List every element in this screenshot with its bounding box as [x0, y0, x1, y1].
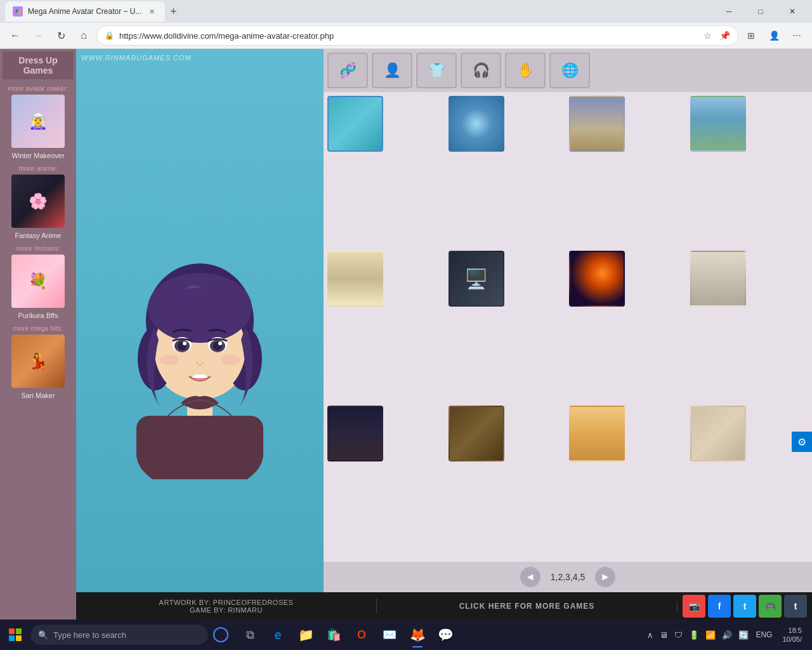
- app-office[interactable]: O: [348, 621, 376, 649]
- svg-point-18: [221, 355, 240, 365]
- bg-option-japanese-room[interactable]: [327, 251, 383, 307]
- next-page-button[interactable]: ►: [595, 567, 615, 587]
- app-messages[interactable]: 💬: [431, 621, 459, 649]
- back-button[interactable]: ←: [5, 25, 25, 46]
- category-genetics[interactable]: 🧬: [327, 53, 368, 88]
- category-accessories[interactable]: 🎧: [461, 53, 501, 88]
- address-bar[interactable]: 🔒 https://www.dolldivine.com/mega-anime-…: [96, 25, 738, 46]
- bg-option-desert[interactable]: [569, 406, 625, 461]
- character-svg: [98, 175, 301, 479]
- app-mail[interactable]: ✉️: [376, 621, 403, 649]
- svg-point-12: [183, 342, 187, 345]
- bg-option-tech[interactable]: 🖥️: [449, 251, 504, 307]
- category-background[interactable]: 🌐: [549, 53, 590, 88]
- tray-clock[interactable]: 18:5 10/05/: [777, 626, 807, 644]
- character-display: [76, 49, 324, 592]
- close-button[interactable]: ✕: [778, 0, 807, 23]
- category-face[interactable]: 👤: [372, 53, 412, 88]
- prev-page-button[interactable]: ◄: [520, 567, 540, 587]
- sidebar-label-winter: Winter Makeover: [11, 152, 64, 159]
- bg-option-train[interactable]: [690, 251, 746, 307]
- maximize-button[interactable]: □: [746, 0, 775, 23]
- sidebar-thumbnail-sari[interactable]: 💃: [11, 335, 65, 388]
- bg-option-corridor[interactable]: [690, 406, 746, 461]
- sidebar-label-sari: Sari Maker: [21, 392, 55, 399]
- nav-extras: ⊞ 👤 ⋯: [741, 25, 807, 46]
- social-twitter-button[interactable]: t: [733, 595, 756, 618]
- category-outfit[interactable]: 👕: [416, 53, 457, 88]
- browser-chrome: 🎭 Mega Anime Avatar Creator ~ U... ✕ + ─…: [0, 0, 812, 49]
- bookmark-icon[interactable]: ☆: [704, 30, 712, 41]
- tray-screen[interactable]: 🖥: [658, 629, 670, 641]
- sidebar-thumbnail-purikura[interactable]: 💐: [11, 255, 65, 308]
- start-sq1: [9, 628, 15, 634]
- bg-option-fireworks[interactable]: [569, 251, 625, 307]
- page-numbers: 1,2,3,4,5: [551, 572, 586, 582]
- tray-chevron[interactable]: ∧: [645, 629, 655, 641]
- url-text: https://www.dolldivine.com/mega-anime-av…: [119, 31, 696, 41]
- taskbar: 🔍 Type here to search ⧉ e 📁 🛍️ O ✉️: [0, 620, 812, 650]
- tray-language[interactable]: ENG: [753, 630, 775, 639]
- footer-cta[interactable]: CLICK HERE FOR MORE GAMES: [377, 602, 678, 611]
- new-tab-button[interactable]: +: [165, 3, 183, 20]
- app-edge[interactable]: e: [264, 621, 292, 649]
- sidebar-thumbnail-fantasy[interactable]: 🌸: [11, 175, 65, 228]
- extensions-button[interactable]: ⊞: [741, 25, 761, 46]
- social-tumblr-button[interactable]: t: [784, 595, 807, 618]
- active-tab[interactable]: 🎭 Mega Anime Avatar Creator ~ U... ✕: [5, 1, 165, 22]
- profile-button[interactable]: 👤: [764, 25, 784, 46]
- tray-volume[interactable]: 🔊: [720, 629, 734, 641]
- sidebar-thumbnail-winter[interactable]: 🧝‍♀️: [11, 95, 65, 148]
- taskbar-search[interactable]: 🔍 Type here to search: [30, 625, 208, 645]
- start-sq4: [16, 635, 22, 641]
- social-facebook-button[interactable]: f: [708, 595, 731, 618]
- credit-line2: GAME BY: RINMARU: [86, 606, 366, 614]
- home-button[interactable]: ⌂: [74, 25, 94, 46]
- social-game-button[interactable]: 🎮: [759, 595, 782, 618]
- reload-button[interactable]: ↻: [51, 25, 71, 46]
- sidebar-header: Dress Up Games: [3, 51, 74, 79]
- social-camera-button[interactable]: 📷: [683, 595, 705, 618]
- app-files[interactable]: 📁: [292, 621, 320, 649]
- settings-panel[interactable]: ⚙: [792, 432, 812, 452]
- tray-battery[interactable]: 🔋: [687, 629, 701, 641]
- sidebar: Dress Up Games more avatar maker: 🧝‍♀️ W…: [0, 49, 76, 620]
- tray-antivirus[interactable]: 🛡: [672, 629, 684, 641]
- task-view-button[interactable]: ⧉: [236, 621, 264, 649]
- tray-time-value: 18:5: [782, 626, 802, 635]
- app-firefox[interactable]: 🦊: [403, 621, 431, 649]
- window-controls: ─ □ ✕: [714, 0, 807, 23]
- bg-option-anime-scene[interactable]: [569, 96, 625, 152]
- minimize-button[interactable]: ─: [714, 0, 743, 23]
- sidebar-label-fantasy: Fantasy Anime: [15, 232, 62, 239]
- start-button[interactable]: [0, 620, 30, 650]
- sidebar-rinmaru-label: more rinmaru:: [16, 244, 60, 252]
- more-button[interactable]: ⋯: [787, 25, 807, 46]
- bg-option-city-night[interactable]: [327, 406, 383, 461]
- sidebar-avatar-label: more avatar maker:: [8, 84, 68, 92]
- page-content: Dress Up Games more avatar maker: 🧝‍♀️ W…: [0, 49, 812, 620]
- taskbar-apps: ⧉ e 📁 🛍️ O ✉️ 🦊 💬: [233, 620, 462, 650]
- nav-bar: ← → ↻ ⌂ 🔒 https://www.dolldivine.com/meg…: [0, 23, 812, 48]
- game-area: WWW.RINMARUGAMES.COM: [76, 49, 812, 620]
- bg-option-mountains[interactable]: [690, 96, 746, 152]
- customization-panel: 🧬 👤 👕 🎧 ✋ 🌐 🖥️: [324, 49, 812, 592]
- category-icons: 🧬 👤 👕 🎧 ✋ 🌐: [324, 49, 812, 92]
- bg-option-teal[interactable]: [327, 96, 383, 152]
- start-icon: [9, 628, 22, 641]
- sidebar-label-purikura: Purikura Bffs: [18, 312, 58, 319]
- tab-close-button[interactable]: ✕: [147, 6, 157, 17]
- tray-sync[interactable]: 🔄: [737, 629, 750, 641]
- title-bar: 🎭 Mega Anime Avatar Creator ~ U... ✕ + ─…: [0, 0, 812, 23]
- credit-line1: ARTWORK BY: PRINCEOFREDROSES: [86, 599, 366, 606]
- bg-option-light-rays[interactable]: [449, 96, 504, 152]
- bg-option-library[interactable]: [449, 406, 504, 461]
- forward-button[interactable]: →: [28, 25, 48, 46]
- watermark: WWW.RINMARUGAMES.COM: [81, 54, 192, 62]
- tray-network[interactable]: 📶: [704, 629, 717, 641]
- cortana-button[interactable]: [208, 622, 233, 647]
- app-store[interactable]: 🛍️: [320, 621, 348, 649]
- svg-rect-1: [136, 416, 263, 467]
- collections-icon[interactable]: 📌: [719, 30, 730, 41]
- category-hands[interactable]: ✋: [505, 53, 546, 88]
